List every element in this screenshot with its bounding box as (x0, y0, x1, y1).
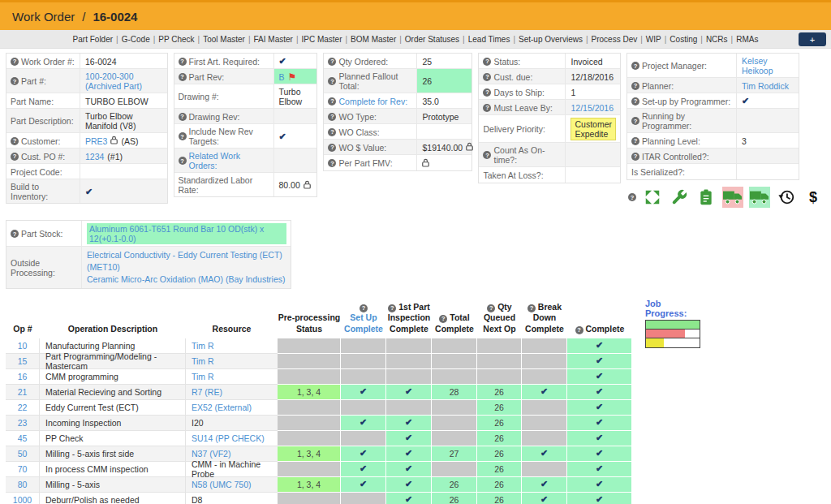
nav-link[interactable]: Set-up Overviews (519, 35, 583, 44)
op-number[interactable]: 80 (6, 477, 40, 493)
op-number[interactable]: 70 (6, 462, 40, 477)
clipboard-icon[interactable] (695, 187, 717, 208)
wrench-icon[interactable] (669, 187, 690, 208)
part-stock-link[interactable]: Aluminum 6061-T651 Round Bar 10 OD(stk) … (87, 223, 286, 244)
op-number[interactable]: 45 (6, 431, 40, 446)
operation-description: Milling - 5-axis first side (40, 446, 186, 462)
op-number[interactable]: 1000 (6, 493, 40, 504)
field-value: Electrical Conductivity - Eddy Current T… (81, 247, 291, 288)
nav-link[interactable]: NCRs (706, 35, 728, 44)
nav-link[interactable]: WIP (646, 35, 661, 44)
operation-description: In process CMM inspection (40, 462, 186, 477)
op-complete-cell: ✔ (567, 385, 632, 400)
add-button[interactable]: + (799, 32, 826, 46)
truck-outbound-icon[interactable] (722, 187, 743, 208)
field-row: ?Set-up by Programmer:✔ (627, 93, 799, 109)
resource-link[interactable]: Tim R (192, 372, 214, 381)
help-icon: ? (631, 97, 639, 106)
field-label-text: Part Name: (11, 97, 54, 106)
nav-links: Part Folder|G-Code|PP Check|Tool Master|… (73, 35, 759, 44)
resource-link[interactable]: EX52 (External) (192, 403, 252, 412)
field-label-text: First Art. Required: (189, 57, 260, 67)
op-number[interactable]: 16 (6, 369, 40, 385)
field-value-link[interactable]: B (279, 72, 285, 82)
nav-link[interactable]: PP Check (158, 35, 194, 44)
parts-icon[interactable] (642, 187, 663, 208)
history-icon[interactable] (776, 187, 797, 208)
truck-inbound-icon[interactable] (749, 187, 770, 208)
checkmark-icon: ✔ (742, 97, 749, 106)
nav-link[interactable]: Part Folder (73, 35, 113, 44)
nav-link[interactable]: IPC Master (301, 35, 342, 44)
operations-area: Op #Operation DescriptionResourcePre-pro… (6, 296, 825, 504)
column-header-line: Set Up (341, 312, 386, 324)
field-label: ?Cust. due: (479, 69, 565, 84)
op-setup-complete-cell (341, 354, 386, 369)
resource-link[interactable]: SU14 (PP CHECK) (192, 433, 265, 443)
field-value-link[interactable]: 100-200-300 (Archived Part) (85, 71, 163, 91)
table-row: 1000Deburr/Polish as neededD8✔2626✔✔ (6, 493, 825, 504)
op-number[interactable]: 22 (6, 400, 40, 416)
op-number[interactable]: 21 (6, 385, 40, 400)
column-header-line: Op # (6, 324, 40, 335)
nav-link[interactable]: RMAs (736, 35, 758, 44)
nav-link[interactable]: Order Statuses (405, 35, 459, 44)
op-break-down-cell (522, 369, 567, 385)
op-number[interactable]: 10 (6, 338, 40, 354)
field-value (736, 164, 799, 179)
field-value-link[interactable]: 1234 (85, 152, 104, 162)
op-complete-cell: ✔ (567, 462, 632, 477)
field-value-link[interactable]: 12/15/2016 (571, 103, 614, 113)
field-value-link[interactable]: PRE3 (85, 136, 107, 146)
op-pre-processing-cell (278, 493, 341, 504)
nav-link[interactable]: Tool Master (203, 35, 245, 44)
field-value: Invoiced (565, 54, 620, 68)
field-row: Delivery Priority:Customer Expedite (479, 115, 620, 143)
op-pre-processing-cell (278, 416, 341, 431)
nav-link[interactable]: Lead Times (468, 35, 510, 44)
resource-link[interactable]: Tim R (192, 356, 214, 366)
nav-link[interactable]: G-Code (122, 35, 150, 44)
op-break-down-cell (522, 354, 567, 369)
nav-link[interactable]: FAI Master (254, 35, 293, 44)
field-value-link[interactable]: Tim Roddick (742, 81, 789, 91)
column-header-line: Inspection (386, 312, 432, 324)
job-progress-chart (645, 320, 700, 348)
resource-cell: Tim R (186, 369, 278, 385)
help-icon: ? (11, 230, 19, 238)
field-group-5-column: ?Project Manager:Kelsey Heikoop?Planner:… (626, 53, 825, 210)
field-value-text: Turbo Elbow (279, 87, 313, 106)
outside-processing-link[interactable]: Electrical Conductivity - Eddy Current T… (87, 249, 286, 274)
outside-processing-link[interactable]: Ceramic Micro-Arc Oxidation (MAO) (Bay I… (87, 274, 286, 286)
nav-link[interactable]: BOM Master (351, 35, 396, 44)
resource-link[interactable]: R7 (RE) (192, 387, 222, 397)
dollar-icon[interactable]: $ (803, 187, 824, 208)
field-value: PRE3(AS) (80, 133, 167, 148)
op-first-part-inspection-cell: ✔ (386, 493, 432, 504)
field-row: ?Count As On-time?: (479, 143, 620, 167)
op-pre-processing-cell (278, 462, 341, 477)
op-number[interactable]: 50 (6, 446, 40, 462)
op-setup-complete-cell (341, 431, 386, 446)
field-row: Standardized Labor Rate:80.00 (174, 173, 317, 196)
action-toolbar: ?$ (626, 184, 825, 210)
field-label: ?Running by Programmer: (627, 109, 736, 132)
resource-link[interactable]: N58 (UMC 750) (192, 480, 252, 489)
op-first-part-inspection-cell: ✔ (386, 446, 432, 462)
op-number[interactable]: 15 (6, 354, 40, 369)
op-number[interactable]: 23 (6, 416, 40, 431)
nav-link[interactable]: Process Dev (592, 35, 638, 44)
op-setup-complete-cell: ✔ (341, 477, 386, 493)
resource-link[interactable]: Tim R (192, 341, 214, 351)
field-value-link[interactable]: Kelsey Heikoop (742, 56, 794, 75)
resource-link[interactable]: N37 (VF2) (192, 449, 230, 459)
field-label-text[interactable]: Complete for Rev: (338, 97, 407, 106)
checkmark-icon: ✔ (85, 187, 93, 196)
nav-link[interactable]: Costing (670, 35, 697, 44)
nav-separator: | (346, 35, 348, 44)
field-label: ?Qty Ordered: (324, 54, 416, 68)
field-value: ✔ (273, 54, 317, 68)
field-label-text: Is Serialized?: (631, 167, 685, 177)
field-value: Turbo Elbow (273, 84, 317, 108)
field-label-text[interactable]: Related Work Orders: (189, 151, 270, 170)
